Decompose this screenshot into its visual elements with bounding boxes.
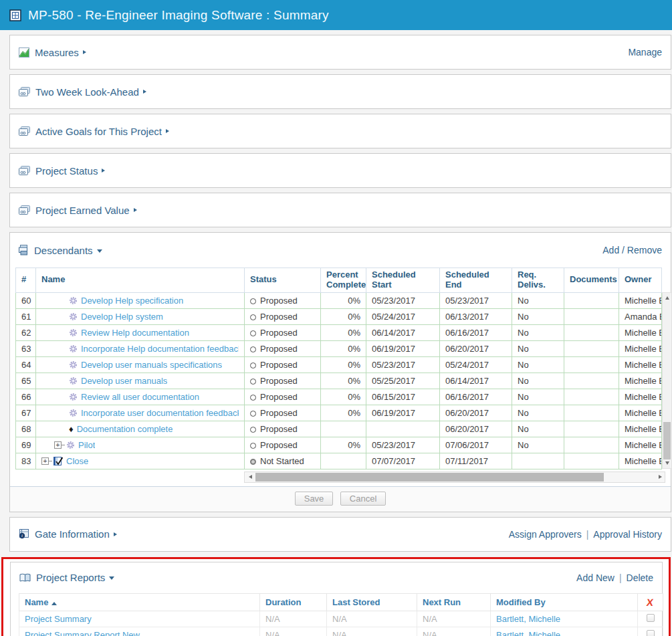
report-select-checkbox[interactable] xyxy=(647,630,655,636)
scheduled-end-cell[interactable]: 07/06/2017 xyxy=(440,437,512,453)
add-remove-link[interactable]: Add / Remove xyxy=(602,245,662,255)
section-title-gate-information[interactable]: Gate Information xyxy=(35,528,110,540)
section-title-two-week-look-ahead[interactable]: Two Week Look-Ahead xyxy=(35,86,139,98)
report-select-checkbox[interactable] xyxy=(647,614,655,622)
cancel-button[interactable]: Cancel xyxy=(340,492,386,506)
vertical-scrollbar-thumb[interactable] xyxy=(663,422,671,459)
percent-complete-cell[interactable]: 0% xyxy=(321,389,366,405)
scheduled-start-cell[interactable]: 05/23/2017 xyxy=(366,356,440,373)
caret-right-icon[interactable] xyxy=(166,129,169,133)
vertical-scrollbar[interactable] xyxy=(662,292,672,469)
scheduled-end-cell[interactable]: 06/16/2017 xyxy=(440,324,512,340)
task-name-link[interactable]: Develop Help system xyxy=(81,312,163,322)
percent-complete-cell[interactable]: 0% xyxy=(321,356,366,373)
task-name-link[interactable]: Incorporate Help documentation feedback xyxy=(81,344,239,354)
delete-x-icon[interactable]: X xyxy=(646,597,654,608)
scheduled-end-cell[interactable]: 06/14/2017 xyxy=(440,373,512,389)
scheduled-start-cell[interactable]: 05/24/2017 xyxy=(366,308,440,324)
col-documents[interactable]: Documents xyxy=(564,268,619,293)
percent-complete-cell[interactable]: 0% xyxy=(321,373,366,389)
caret-down-icon[interactable] xyxy=(109,576,114,580)
task-name-link[interactable]: Develop user manuals specifications xyxy=(81,360,222,370)
caret-right-icon[interactable] xyxy=(143,90,146,94)
caret-down-icon[interactable] xyxy=(97,249,102,253)
percent-complete-cell[interactable]: 0% xyxy=(321,292,366,308)
manage-link[interactable]: Manage xyxy=(628,47,662,58)
owner-cell: Michelle B xyxy=(619,292,662,308)
task-name-link[interactable]: Develop Help specification xyxy=(81,296,183,306)
scroll-right-button[interactable] xyxy=(659,472,662,482)
col-number[interactable]: # xyxy=(16,268,36,293)
task-name-link[interactable]: Pilot xyxy=(78,440,95,450)
scroll-up-button[interactable] xyxy=(663,293,671,303)
col-scheduled-end[interactable]: Scheduled End xyxy=(440,268,512,293)
scheduled-start-cell[interactable]: 05/23/2017 xyxy=(366,437,440,453)
modified-by-link[interactable]: Bartlett, Michelle xyxy=(496,614,560,624)
section-title-project-status[interactable]: Project Status xyxy=(35,165,98,177)
caret-right-icon[interactable] xyxy=(102,169,105,173)
section-title-descendants[interactable]: Descendants xyxy=(34,245,93,256)
assign-approvers-link[interactable]: Assign Approvers xyxy=(509,529,582,540)
task-name-link[interactable]: Review Help documentation xyxy=(81,328,189,338)
task-name-link[interactable]: Incorporate user documentation feedback xyxy=(81,408,239,418)
scheduled-end-cell[interactable]: 06/20/2017 xyxy=(440,421,512,437)
caret-right-icon[interactable] xyxy=(114,532,117,536)
scroll-down-button[interactable] xyxy=(663,458,671,468)
scheduled-start-cell[interactable]: 05/25/2017 xyxy=(366,373,440,389)
col-report-name[interactable]: Name xyxy=(19,593,260,611)
add-new-link[interactable]: Add New xyxy=(576,572,614,583)
col-next-run[interactable]: Next Run xyxy=(417,593,491,611)
col-name[interactable]: Name xyxy=(36,268,245,293)
col-last-stored[interactable]: Last Stored xyxy=(327,593,417,611)
scheduled-end-cell[interactable]: 06/20/2017 xyxy=(440,340,512,356)
section-title-project-earned-value[interactable]: Project Earned Value xyxy=(35,205,130,216)
horizontal-scrollbar[interactable] xyxy=(244,471,665,483)
scheduled-start-cell[interactable]: 06/19/2017 xyxy=(366,340,440,356)
section-title-project-reports[interactable]: Project Reports xyxy=(36,572,105,583)
modified-by-link[interactable]: Bartlett, Michelle xyxy=(496,630,560,636)
col-scheduled-start[interactable]: Scheduled Start xyxy=(366,268,440,293)
col-owner[interactable]: Owner xyxy=(619,268,662,293)
scheduled-start-cell[interactable]: 06/19/2017 xyxy=(366,405,440,421)
scheduled-start-cell[interactable]: 06/14/2017 xyxy=(366,324,440,340)
scroll-left-button[interactable] xyxy=(245,475,255,479)
caret-right-icon[interactable] xyxy=(134,208,137,212)
scheduled-end-cell[interactable]: 05/24/2017 xyxy=(440,356,512,373)
delete-link[interactable]: Delete xyxy=(627,572,653,583)
percent-complete-cell[interactable] xyxy=(321,453,366,469)
expand-toggle[interactable]: + xyxy=(41,457,49,465)
save-button[interactable]: Save xyxy=(295,492,334,506)
percent-complete-cell[interactable] xyxy=(321,421,366,437)
expand-toggle[interactable]: + xyxy=(54,441,62,449)
col-modified-by[interactable]: Modified By xyxy=(491,593,638,611)
horizontal-scrollbar-thumb[interactable] xyxy=(255,473,604,482)
report-name-link[interactable]: Project Summary Report New xyxy=(25,630,140,636)
task-name-link[interactable]: Documentation complete xyxy=(77,424,173,434)
report-name-link[interactable]: Project Summary xyxy=(25,614,92,624)
col-percent-complete[interactable]: Percent Complete xyxy=(321,268,366,293)
percent-complete-cell[interactable]: 0% xyxy=(321,437,366,453)
col-req-delivs[interactable]: Req. Delivs. xyxy=(512,268,564,293)
caret-right-icon[interactable] xyxy=(83,50,86,54)
task-name-link[interactable]: Review all user documentation xyxy=(81,392,199,402)
scheduled-end-cell[interactable]: 06/20/2017 xyxy=(440,405,512,421)
percent-complete-cell[interactable]: 0% xyxy=(321,308,366,324)
section-title-active-goals[interactable]: Active Goals for This Project xyxy=(35,126,162,137)
approval-history-link[interactable]: Approval History xyxy=(593,529,662,540)
col-status[interactable]: Status xyxy=(245,268,321,293)
scheduled-start-cell[interactable]: 07/07/2017 xyxy=(366,453,440,469)
scheduled-end-cell[interactable]: 06/16/2017 xyxy=(440,389,512,405)
scheduled-start-cell[interactable] xyxy=(366,421,440,437)
percent-complete-cell[interactable]: 0% xyxy=(321,405,366,421)
section-title-measures[interactable]: Measures xyxy=(35,47,79,58)
scheduled-end-cell[interactable]: 06/13/2017 xyxy=(440,308,512,324)
task-name-link[interactable]: Close xyxy=(66,456,88,466)
task-name-link[interactable]: Develop user manuals xyxy=(81,376,167,386)
percent-complete-cell[interactable]: 0% xyxy=(321,340,366,356)
scheduled-end-cell[interactable]: 07/11/2017 xyxy=(440,453,512,469)
scheduled-end-cell[interactable]: 05/23/2017 xyxy=(440,292,512,308)
scheduled-start-cell[interactable]: 05/23/2017 xyxy=(366,292,440,308)
scheduled-start-cell[interactable]: 06/15/2017 xyxy=(366,389,440,405)
col-duration[interactable]: Duration xyxy=(260,593,327,611)
percent-complete-cell[interactable]: 0% xyxy=(321,324,366,340)
